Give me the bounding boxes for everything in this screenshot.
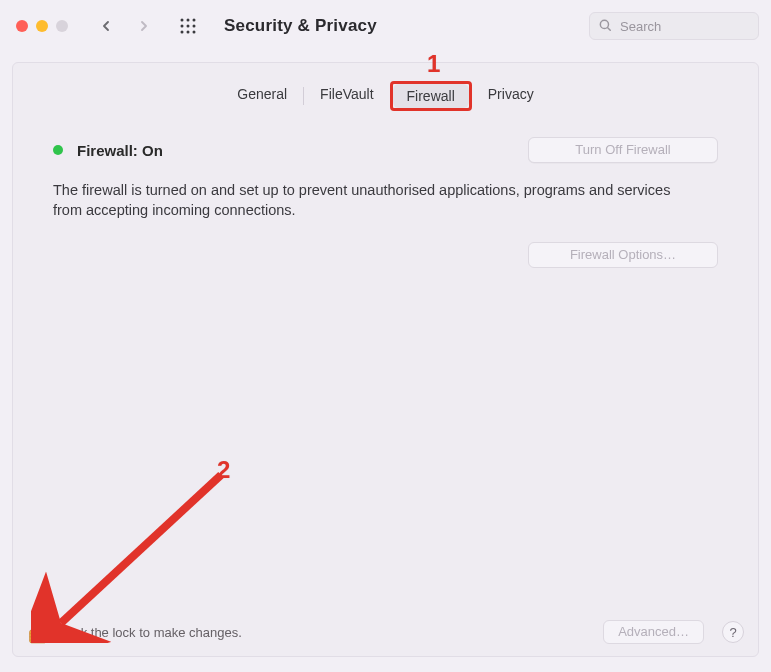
traffic-lights (16, 20, 68, 32)
annotation-step-2: 2 (217, 456, 230, 484)
close-window-button[interactable] (16, 20, 28, 32)
svg-point-6 (181, 31, 184, 34)
search-icon (598, 18, 612, 35)
search-input[interactable] (618, 18, 750, 35)
firewall-status-label: Firewall: On (77, 142, 163, 159)
svg-point-3 (181, 25, 184, 28)
titlebar: Security & Privacy (0, 0, 771, 52)
svg-point-8 (193, 31, 196, 34)
window-title: Security & Privacy (224, 16, 377, 36)
preferences-panel: General FileVault Firewall Privacy Firew… (12, 62, 759, 657)
tab-firewall[interactable]: Firewall (393, 84, 469, 108)
tab-filevault[interactable]: FileVault (304, 81, 389, 111)
bottom-bar: Click the lock to make changes. Advanced… (13, 608, 758, 656)
forward-button[interactable] (130, 12, 158, 40)
svg-point-5 (193, 25, 196, 28)
firewall-pane: Firewall: On Turn Off Firewall The firew… (13, 111, 758, 268)
lock-help-text: Click the lock to make changes. (59, 625, 242, 640)
advanced-button[interactable]: Advanced… (603, 620, 704, 644)
help-button[interactable]: ? (722, 621, 744, 643)
firewall-options-button[interactable]: Firewall Options… (528, 242, 718, 268)
svg-point-1 (187, 19, 190, 22)
lock-icon[interactable] (27, 619, 49, 645)
show-all-icon[interactable] (174, 12, 202, 40)
firewall-status-row: Firewall: On Turn Off Firewall (53, 137, 718, 163)
svg-point-4 (187, 25, 190, 28)
search-field[interactable] (589, 12, 759, 40)
minimize-window-button[interactable] (36, 20, 48, 32)
svg-rect-11 (30, 630, 46, 643)
tab-bar: General FileVault Firewall Privacy (13, 81, 758, 111)
turn-off-firewall-button[interactable]: Turn Off Firewall (528, 137, 718, 163)
svg-line-15 (61, 475, 221, 623)
tab-privacy[interactable]: Privacy (472, 81, 550, 111)
tab-general[interactable]: General (221, 81, 303, 111)
svg-line-10 (608, 27, 611, 30)
back-button[interactable] (92, 12, 120, 40)
annotation-step-1: 1 (427, 50, 440, 78)
status-indicator-icon (53, 145, 63, 155)
svg-point-7 (187, 31, 190, 34)
zoom-window-button[interactable] (56, 20, 68, 32)
svg-point-0 (181, 19, 184, 22)
firewall-description: The firewall is turned on and set up to … (53, 181, 693, 220)
annotation-highlight-1: Firewall (390, 81, 472, 111)
svg-point-2 (193, 19, 196, 22)
